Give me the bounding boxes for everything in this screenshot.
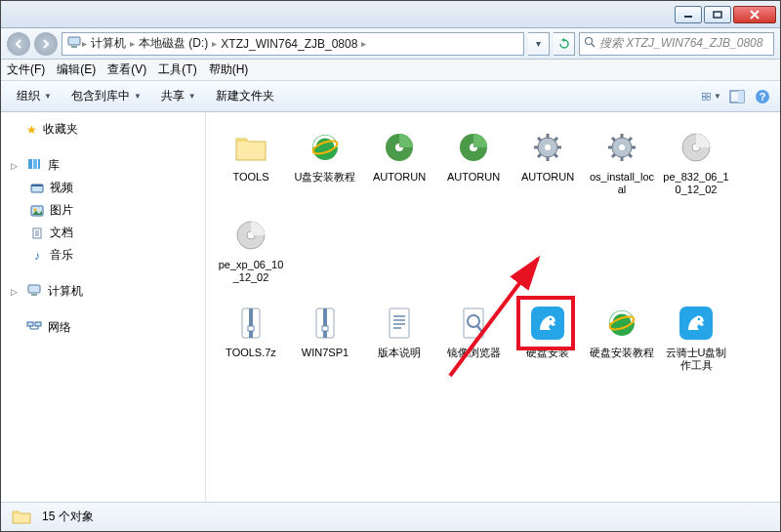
- view-options-button[interactable]: ▼: [702, 87, 721, 106]
- sidebar-network-label: 网络: [48, 319, 71, 336]
- network-icon: [26, 319, 42, 336]
- refresh-button[interactable]: [554, 32, 575, 56]
- minimize-icon: [683, 11, 693, 19]
- content-area[interactable]: TOOLSU盘安装教程AUTORUNAUTORUNAUTORUNos_insta…: [206, 112, 780, 502]
- computer-icon: [66, 35, 82, 52]
- music-icon: ♪: [30, 250, 44, 262]
- new-folder-button[interactable]: 新建文件夹: [208, 84, 282, 108]
- help-button[interactable]: ?: [753, 87, 772, 106]
- sidebar-computer-label: 计算机: [48, 283, 83, 300]
- close-button[interactable]: [733, 6, 776, 23]
- sidebar-item-video[interactable]: 视频: [1, 177, 205, 199]
- sidebar-head-favorites[interactable]: ★ 收藏夹: [1, 118, 205, 141]
- pictures-icon: [30, 205, 44, 217]
- sidebar-item-label: 视频: [50, 180, 73, 196]
- include-button[interactable]: 包含到库中 ▼: [63, 84, 149, 108]
- chevron-down-icon: ▾: [536, 38, 541, 49]
- organize-label: 组织: [17, 88, 40, 104]
- file-label: AUTORUN: [373, 171, 426, 184]
- menu-tools[interactable]: 工具(T): [158, 61, 196, 78]
- sidebar-item-music[interactable]: ♪ 音乐: [1, 244, 205, 266]
- menu-view[interactable]: 查看(V): [107, 61, 146, 78]
- file-item[interactable]: TOOLS.7z: [216, 302, 286, 372]
- breadcrumb-drive[interactable]: 本地磁盘 (D:): [135, 35, 212, 52]
- file-label: 版本说明: [378, 347, 421, 359]
- video-icon: [30, 183, 44, 194]
- share-label: 共享: [161, 88, 185, 104]
- sidebar-head-network[interactable]: 网络: [1, 316, 205, 339]
- svg-rect-2: [68, 37, 80, 45]
- file-label: os_install_local: [587, 171, 657, 196]
- file-item[interactable]: AUTORUN: [364, 126, 434, 196]
- sidebar-item-label: 图片: [50, 202, 73, 219]
- nav-back-button[interactable]: [7, 32, 30, 56]
- library-icon: [26, 157, 42, 174]
- status-bar: 15 个对象: [1, 502, 780, 531]
- refresh-icon: [558, 38, 570, 50]
- svg-rect-43: [323, 308, 327, 338]
- sidebar-head-libraries[interactable]: ▷ 库: [1, 154, 205, 177]
- breadcrumb-folder[interactable]: XTZJ_WIN764_ZJB_0808: [217, 37, 361, 51]
- menu-help[interactable]: 帮助(H): [209, 61, 249, 78]
- file-item[interactable]: pe_xp_06_10_12_02: [216, 214, 286, 284]
- disc-grey-icon: [227, 214, 274, 257]
- organize-button[interactable]: 组织 ▼: [9, 84, 60, 108]
- sidebar-libraries-label: 库: [48, 157, 60, 174]
- sidebar-item-pictures[interactable]: 图片: [1, 199, 205, 222]
- nav-forward-button[interactable]: [34, 32, 58, 56]
- file-item[interactable]: pe_832_06_10_12_02: [661, 126, 731, 196]
- svg-rect-3: [71, 46, 77, 48]
- svg-rect-41: [248, 326, 254, 331]
- menu-bar: 文件(F) 编辑(E) 查看(V) 工具(T) 帮助(H): [1, 60, 780, 81]
- file-label: 镜像浏览器: [447, 347, 501, 359]
- status-count: 15 个对象: [42, 509, 94, 525]
- menu-edit[interactable]: 编辑(E): [57, 61, 96, 78]
- file-grid: TOOLSU盘安装教程AUTORUNAUTORUNAUTORUNos_insta…: [214, 122, 772, 386]
- svg-rect-44: [322, 326, 328, 331]
- gear-icon: [598, 126, 645, 169]
- svg-point-32: [545, 144, 551, 150]
- window-titlebar: [1, 1, 780, 28]
- svg-point-53: [698, 318, 701, 321]
- close-icon: [749, 10, 760, 20]
- documents-icon: [30, 227, 44, 239]
- file-item[interactable]: U盘安装教程: [290, 126, 360, 196]
- sidebar-group-computer: ▷ 计算机: [1, 280, 205, 303]
- address-bar[interactable]: ▸ 计算机 ▸ 本地磁盘 (D:) ▸ XTZJ_WIN764_ZJB_0808…: [62, 32, 524, 56]
- share-button[interactable]: 共享 ▼: [153, 84, 204, 108]
- svg-point-49: [550, 318, 553, 321]
- file-label: TOOLS.7z: [226, 347, 276, 359]
- address-dropdown-button[interactable]: ▾: [528, 32, 550, 56]
- search-input[interactable]: 搜索 XTZJ_WIN764_ZJB_0808: [579, 32, 774, 56]
- file-item[interactable]: WIN7SP1: [290, 302, 360, 372]
- archive-icon: [302, 302, 349, 345]
- svg-rect-24: [35, 322, 41, 326]
- minimize-button[interactable]: [675, 6, 702, 23]
- sidebar-head-computer[interactable]: ▷ 计算机: [1, 280, 205, 303]
- preview-pane-button[interactable]: [727, 87, 747, 106]
- file-item[interactable]: AUTORUN: [513, 126, 583, 196]
- chevron-down-icon: ▼: [134, 92, 142, 101]
- maximize-button[interactable]: [704, 6, 731, 23]
- file-item[interactable]: 镜像浏览器: [438, 302, 509, 372]
- file-item[interactable]: 版本说明: [364, 302, 434, 372]
- svg-rect-0: [684, 16, 692, 18]
- search-icon: [584, 36, 596, 51]
- archive-icon: [227, 302, 274, 345]
- file-item[interactable]: os_install_local: [587, 126, 657, 196]
- text-icon: [376, 302, 423, 345]
- svg-point-4: [586, 38, 593, 45]
- file-item[interactable]: TOOLS: [216, 126, 286, 196]
- sidebar-item-documents[interactable]: 文档: [1, 222, 205, 244]
- file-item[interactable]: 硬盘安装教程: [587, 302, 657, 372]
- file-item[interactable]: 硬盘安装: [513, 302, 583, 372]
- collapse-icon: ▷: [11, 161, 21, 171]
- file-item[interactable]: 云骑士U盘制作工具: [661, 302, 731, 372]
- svg-rect-45: [390, 308, 409, 338]
- search-placeholder: 搜索 XTZJ_WIN764_ZJB_0808: [599, 35, 762, 52]
- menu-file[interactable]: 文件(F): [7, 61, 45, 78]
- file-label: WIN7SP1: [302, 347, 349, 359]
- file-item[interactable]: AUTORUN: [438, 126, 509, 196]
- file-label: pe_832_06_10_12_02: [661, 171, 731, 196]
- breadcrumb-computer[interactable]: 计算机: [87, 35, 130, 52]
